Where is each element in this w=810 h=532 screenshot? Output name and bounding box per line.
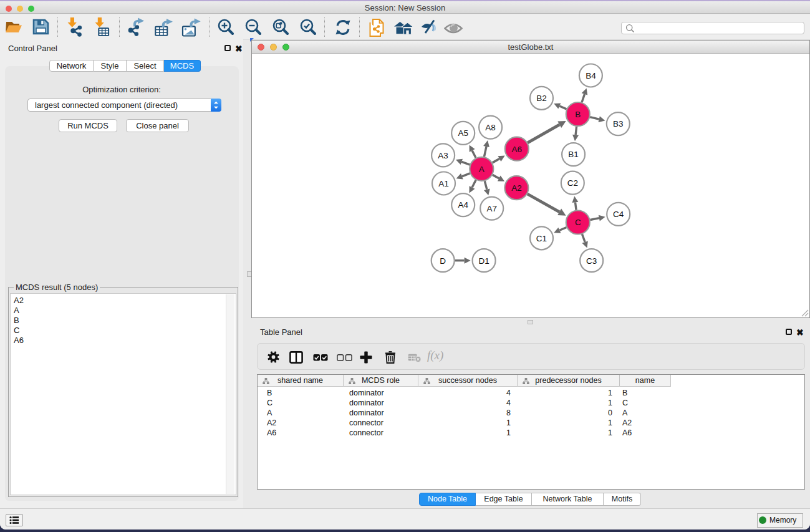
svg-text:C1: C1 (536, 234, 547, 243)
svg-text:A8: A8 (485, 123, 496, 132)
svg-text:B4: B4 (586, 71, 596, 80)
svg-text:A5: A5 (458, 128, 468, 138)
svg-text:B3: B3 (613, 119, 624, 128)
svg-text:B1: B1 (568, 150, 579, 159)
svg-text:A1: A1 (438, 179, 449, 188)
svg-text:C4: C4 (613, 210, 624, 219)
svg-text:C2: C2 (567, 178, 578, 188)
svg-text:A7: A7 (486, 204, 497, 213)
svg-text:A6: A6 (512, 145, 523, 154)
svg-text:A2: A2 (511, 183, 522, 193)
svg-text:D1: D1 (478, 256, 489, 266)
svg-text:C: C (575, 218, 581, 227)
svg-text:A: A (479, 165, 485, 174)
svg-text:C3: C3 (586, 256, 597, 266)
svg-text:B2: B2 (536, 94, 547, 103)
svg-text:D: D (440, 256, 446, 266)
svg-text:B: B (575, 110, 581, 119)
svg-text:A4: A4 (458, 200, 468, 210)
svg-text:A3: A3 (438, 151, 448, 160)
